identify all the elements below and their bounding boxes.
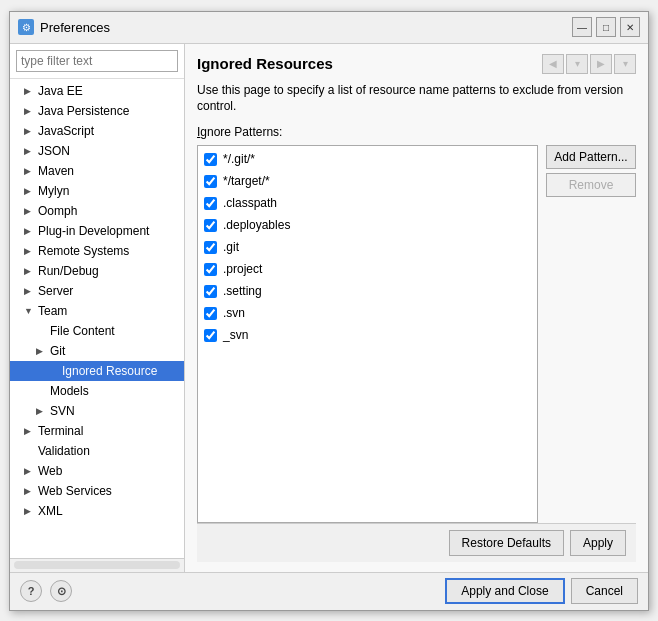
tree-arrow-run-debug: ▶: [24, 266, 36, 276]
tree-item-oomph[interactable]: ▶Oomph: [10, 201, 184, 221]
tree-item-javascript[interactable]: ▶JavaScript: [10, 121, 184, 141]
tree-label-web-services: Web Services: [38, 484, 112, 498]
pattern-label-6: .setting: [223, 284, 262, 298]
tree-label-json: JSON: [38, 144, 70, 158]
tree-arrow-xml: ▶: [24, 506, 36, 516]
pattern-item-4[interactable]: .git: [198, 236, 537, 258]
minimize-button[interactable]: —: [572, 17, 592, 37]
restore-defaults-button[interactable]: Restore Defaults: [449, 530, 564, 556]
pattern-checkbox-5[interactable]: [204, 263, 217, 276]
horizontal-scrollbar[interactable]: [10, 558, 184, 572]
pattern-item-2[interactable]: .classpath: [198, 192, 537, 214]
tree-item-ignored-resource[interactable]: Ignored Resource: [10, 361, 184, 381]
pattern-checkbox-2[interactable]: [204, 197, 217, 210]
tree-label-run-debug: Run/Debug: [38, 264, 99, 278]
tree-label-remote-systems: Remote Systems: [38, 244, 129, 258]
tree-item-remote-systems[interactable]: ▶Remote Systems: [10, 241, 184, 261]
tree-arrow-git: ▶: [36, 346, 48, 356]
tree-item-plugin-development[interactable]: ▶Plug-in Development: [10, 221, 184, 241]
tree-item-models[interactable]: Models: [10, 381, 184, 401]
pattern-item-1[interactable]: */target/*: [198, 170, 537, 192]
tree-label-mylyn: Mylyn: [38, 184, 69, 198]
pattern-label-7: .svn: [223, 306, 245, 320]
pattern-checkbox-3[interactable]: [204, 219, 217, 232]
back-button[interactable]: ◀: [542, 54, 564, 74]
cancel-button[interactable]: Cancel: [571, 578, 638, 604]
pattern-checkbox-1[interactable]: [204, 175, 217, 188]
left-panel: ▶Java EE▶Java Persistence▶JavaScript▶JSO…: [10, 44, 185, 572]
settings-icon[interactable]: ⊙: [50, 580, 72, 602]
footer-action-buttons: Apply and Close Cancel: [445, 578, 638, 604]
tree-label-terminal: Terminal: [38, 424, 83, 438]
panel-description: Use this page to specify a list of resou…: [197, 82, 636, 116]
tree-item-web[interactable]: ▶Web: [10, 461, 184, 481]
tree-label-models: Models: [50, 384, 89, 398]
tree-label-java-ee: Java EE: [38, 84, 83, 98]
pattern-checkbox-0[interactable]: [204, 153, 217, 166]
close-button[interactable]: ✕: [620, 17, 640, 37]
tree-item-server[interactable]: ▶Server: [10, 281, 184, 301]
remove-button[interactable]: Remove: [546, 173, 636, 197]
tree-arrow-terminal: ▶: [24, 426, 36, 436]
pattern-item-6[interactable]: .setting: [198, 280, 537, 302]
help-icon[interactable]: ?: [20, 580, 42, 602]
pattern-checkbox-4[interactable]: [204, 241, 217, 254]
pattern-item-0[interactable]: */.git/*: [198, 148, 537, 170]
pattern-item-8[interactable]: _svn: [198, 324, 537, 346]
scrollbar-track: [14, 561, 180, 569]
pattern-label-3: .deployables: [223, 218, 290, 232]
tree-label-java-persistence: Java Persistence: [38, 104, 129, 118]
tree-item-team[interactable]: ▼Team: [10, 301, 184, 321]
tree-container: ▶Java EE▶Java Persistence▶JavaScript▶JSO…: [10, 79, 184, 558]
tree-item-git[interactable]: ▶Git: [10, 341, 184, 361]
tree-item-run-debug[interactable]: ▶Run/Debug: [10, 261, 184, 281]
tree-item-maven[interactable]: ▶Maven: [10, 161, 184, 181]
ignore-patterns-label: Ignore Patterns:: [197, 125, 636, 139]
tree-item-java-persistence[interactable]: ▶Java Persistence: [10, 101, 184, 121]
tree-label-git: Git: [50, 344, 65, 358]
apply-and-close-button[interactable]: Apply and Close: [445, 578, 564, 604]
tree-label-svn: SVN: [50, 404, 75, 418]
footer-bar: ? ⊙ Apply and Close Cancel: [10, 572, 648, 610]
tree-item-web-services[interactable]: ▶Web Services: [10, 481, 184, 501]
title-bar: ⚙ Preferences — □ ✕: [10, 12, 648, 44]
pattern-checkbox-7[interactable]: [204, 307, 217, 320]
pattern-item-3[interactable]: .deployables: [198, 214, 537, 236]
tree-item-svn[interactable]: ▶SVN: [10, 401, 184, 421]
pattern-item-5[interactable]: .project: [198, 258, 537, 280]
tree-arrow-mylyn: ▶: [24, 186, 36, 196]
tree-item-xml[interactable]: ▶XML: [10, 501, 184, 521]
tree-arrow-oomph: ▶: [24, 206, 36, 216]
tree-item-file-content[interactable]: File Content: [10, 321, 184, 341]
apply-button[interactable]: Apply: [570, 530, 626, 556]
dialog-body: ▶Java EE▶Java Persistence▶JavaScript▶JSO…: [10, 44, 648, 572]
preferences-dialog: ⚙ Preferences — □ ✕ ▶Java EE▶Java Persis…: [9, 11, 649, 611]
tree-arrow-maven: ▶: [24, 166, 36, 176]
tree-item-json[interactable]: ▶JSON: [10, 141, 184, 161]
tree-arrow-plugin-development: ▶: [24, 226, 36, 236]
window-controls: — □ ✕: [572, 17, 640, 37]
tree-label-web: Web: [38, 464, 62, 478]
patterns-area: */.git/**/target/*.classpath.deployables…: [197, 145, 636, 522]
tree-item-terminal[interactable]: ▶Terminal: [10, 421, 184, 441]
add-pattern-button[interactable]: Add Pattern...: [546, 145, 636, 169]
search-input[interactable]: [16, 50, 178, 72]
tree-item-java-ee[interactable]: ▶Java EE: [10, 81, 184, 101]
pattern-item-7[interactable]: .svn: [198, 302, 537, 324]
pattern-label-1: */target/*: [223, 174, 270, 188]
pattern-label-2: .classpath: [223, 196, 277, 210]
pattern-checkbox-6[interactable]: [204, 285, 217, 298]
forward-button[interactable]: ▶: [590, 54, 612, 74]
maximize-button[interactable]: □: [596, 17, 616, 37]
tree-label-file-content: File Content: [50, 324, 115, 338]
tree-item-validation[interactable]: Validation: [10, 441, 184, 461]
search-box: [10, 44, 184, 79]
tree-arrow-json: ▶: [24, 146, 36, 156]
dialog-title: Preferences: [40, 20, 572, 35]
back-dropdown-button[interactable]: ▾: [566, 54, 588, 74]
forward-dropdown-button[interactable]: ▾: [614, 54, 636, 74]
tree-label-maven: Maven: [38, 164, 74, 178]
pattern-checkbox-8[interactable]: [204, 329, 217, 342]
restore-apply-bar: Restore Defaults Apply: [197, 523, 636, 562]
tree-item-mylyn[interactable]: ▶Mylyn: [10, 181, 184, 201]
